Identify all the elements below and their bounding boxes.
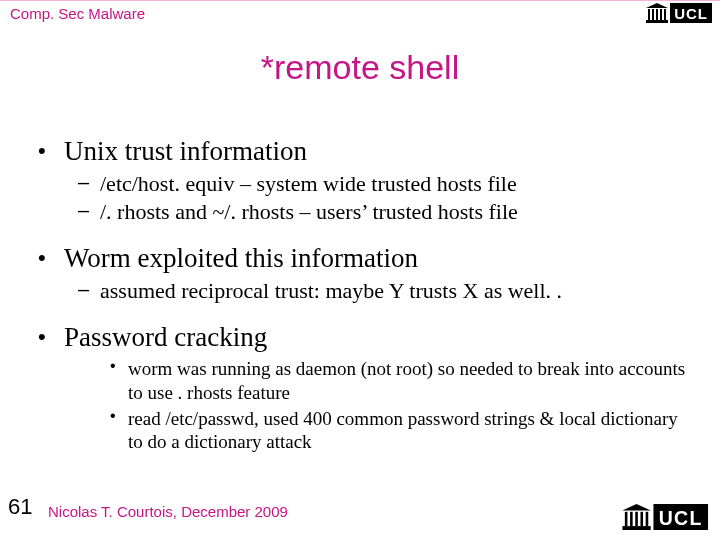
bullet-text: read /etc/passwd, used 400 common passwo…	[128, 407, 690, 455]
bullet-text: Password cracking	[64, 322, 267, 353]
bullet-3-2: • read /etc/passwd, used 400 common pass…	[110, 407, 690, 455]
header-bar: Comp. Sec Malware UCL	[0, 0, 720, 26]
author-name: Nicolas T. Courtois	[48, 503, 173, 520]
author-sep: ,	[173, 503, 181, 520]
dash-icon: –	[78, 278, 100, 304]
bullet-text: Worm exploited this information	[64, 243, 418, 274]
bullet-text: Unix trust information	[64, 136, 307, 167]
svg-rect-6	[664, 9, 666, 20]
portico-icon	[646, 3, 668, 23]
svg-rect-11	[635, 512, 638, 526]
bullet-2: • Worm exploited this information	[38, 243, 690, 274]
svg-marker-1	[646, 3, 668, 8]
bullet-1-1: – /etc/host. equiv – system wide trusted…	[78, 171, 690, 197]
bullet-1: • Unix trust information	[38, 136, 690, 167]
svg-rect-0	[646, 20, 668, 23]
bullet-2-1: – assumed reciprocal trust: maybe Y trus…	[78, 278, 690, 304]
ucl-logo-text: UCL	[670, 3, 712, 23]
slide-body: • Unix trust information – /etc/host. eq…	[38, 130, 690, 456]
slide: Comp. Sec Malware UCL *remote shell • Un…	[0, 0, 720, 540]
bullet-icon: •	[110, 357, 128, 405]
svg-rect-3	[652, 9, 654, 20]
author-date: December 2009	[181, 503, 288, 520]
bullet-1-2: – /. rhosts and ~/. rhosts – users’ trus…	[78, 199, 690, 225]
header-subject: Comp. Sec Malware	[0, 5, 145, 22]
ucl-logo: UCL	[646, 3, 712, 23]
svg-rect-2	[648, 9, 650, 20]
bullet-text: worm was running as daemon (not root) so…	[128, 357, 690, 405]
svg-marker-8	[622, 504, 651, 511]
ucl-logo-text: UCL	[654, 504, 708, 530]
svg-rect-12	[641, 512, 644, 526]
bullet-icon: •	[38, 136, 64, 167]
bullet-icon: •	[38, 322, 64, 353]
bullet-icon: •	[38, 243, 64, 274]
dash-icon: –	[78, 199, 100, 225]
bullet-text: /. rhosts and ~/. rhosts – users’ truste…	[100, 199, 518, 225]
bullet-text: assumed reciprocal trust: maybe Y trusts…	[100, 278, 562, 304]
page-title: *remote shell	[0, 48, 720, 87]
svg-rect-13	[646, 512, 649, 526]
svg-rect-4	[656, 9, 658, 20]
svg-rect-5	[660, 9, 662, 20]
svg-rect-9	[625, 512, 628, 526]
bullet-icon: •	[110, 407, 128, 455]
svg-rect-10	[630, 512, 633, 526]
bullet-3: • Password cracking	[38, 322, 690, 353]
ucl-logo-footer: UCL	[622, 504, 708, 530]
portico-icon	[622, 504, 651, 530]
bullet-text: /etc/host. equiv – system wide trusted h…	[100, 171, 517, 197]
dash-icon: –	[78, 171, 100, 197]
bullet-3-1: • worm was running as daemon (not root) …	[110, 357, 690, 405]
slide-number: 61	[8, 494, 32, 520]
footer-author: Nicolas T. Courtois, December 2009	[48, 503, 288, 520]
svg-rect-7	[622, 526, 651, 530]
header-logo: UCL	[646, 3, 712, 27]
